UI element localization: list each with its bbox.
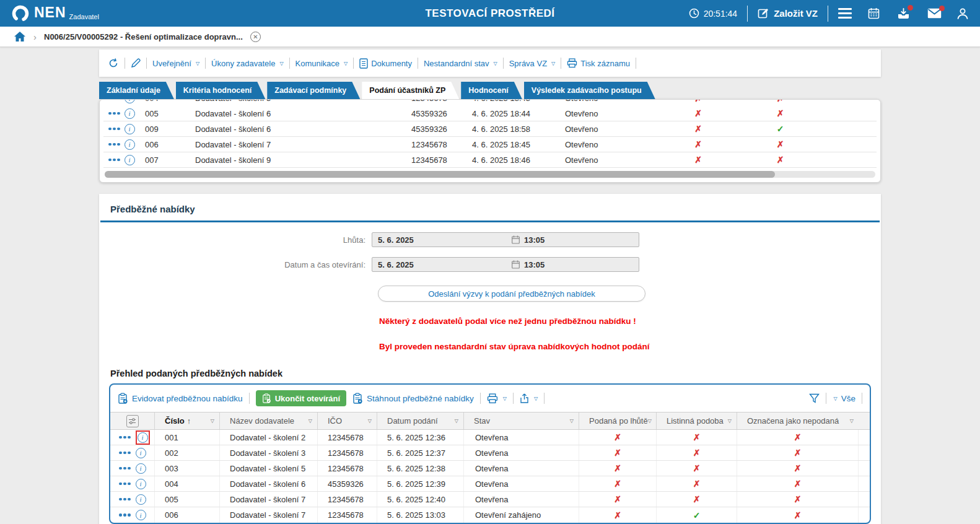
tab-zadavaci-podminky[interactable]: Zadávací podmínky (267, 82, 360, 99)
row-menu-icon[interactable] (119, 483, 131, 486)
deadline-field[interactable]: 5. 6. 2025 13:05 (372, 232, 639, 247)
menu-komunikace[interactable]: Komunikace▽ (295, 59, 348, 68)
share-icon (520, 393, 529, 404)
opening-date-value[interactable]: 5. 6. 2025 (372, 260, 512, 269)
table-row[interactable]: i009Dodavatel - školení 6453593264. 6. 2… (103, 121, 877, 137)
row-menu-icon[interactable] (119, 436, 131, 439)
column-header-cislo[interactable]: Číslo↑▽ (155, 413, 220, 429)
menu-dokumenty[interactable]: Dokumenty (359, 58, 412, 69)
row-info-icon[interactable]: i (136, 463, 146, 474)
cell-paper: ✓ (726, 124, 834, 134)
row-info-icon[interactable]: i (125, 139, 135, 150)
column-header-nazev[interactable]: Název dodavatele▽ (220, 413, 318, 429)
overview-title: Přehled podaných předběžných nabídek (110, 369, 881, 378)
row-menu-icon[interactable] (108, 143, 120, 146)
row-menu-icon[interactable] (108, 159, 120, 162)
table-row[interactable]: i004Dodavatel - školení 5123456784. 6. 2… (103, 100, 877, 106)
row-info-icon[interactable]: i (136, 448, 146, 458)
filter-chevron-icon[interactable]: ▽ (455, 418, 458, 424)
row-info-icon[interactable]: i (136, 494, 146, 505)
table-row[interactable]: i007Dodavatel - školení 9123456784. 6. 2… (103, 152, 877, 168)
row-info-icon[interactable]: i (125, 100, 135, 103)
column-header-stav[interactable]: Stav▽ (464, 413, 579, 429)
tab-zakladni-udaje[interactable]: Základní údaje (99, 82, 174, 99)
filter-chevron-icon[interactable]: ▽ (850, 418, 854, 424)
menu-uverejneni[interactable]: Uveřejnění▽ (152, 59, 199, 68)
print-table-button[interactable]: ▽ (487, 393, 507, 404)
tab-hodnoceni[interactable]: Hodnocení (461, 82, 522, 99)
table-row[interactable]: i005Dodavatel - školení 6453593264. 6. 2… (103, 106, 877, 121)
deadline-time-value[interactable]: 13:05 (524, 235, 545, 245)
column-header-datum[interactable]: Datum podání▽ (377, 413, 464, 429)
row-info-icon[interactable]: i (125, 108, 135, 119)
close-tab-icon[interactable]: ✕ (250, 32, 261, 42)
breadcrumb-item[interactable]: N006/25/V00005292 - Řešení optimalizace … (44, 32, 243, 41)
menu-sprava-vz[interactable]: Správa VZ▽ (509, 59, 556, 68)
row-info-icon[interactable]: i (138, 432, 148, 443)
finish-opening-button[interactable]: Ukončit otevírání (256, 390, 346, 406)
toolbar-divider (480, 393, 481, 404)
register-offer-button[interactable]: Evidovat předběžnou nabídku (118, 393, 243, 404)
inbox-button[interactable] (897, 7, 910, 20)
filter-chevron-icon[interactable]: ▽ (308, 418, 312, 424)
column-header-oznacena-jako-nepodana[interactable]: Označena jako nepodaná▽ (737, 413, 859, 429)
document-icon (359, 58, 368, 69)
column-settings-icon[interactable] (126, 415, 139, 427)
tab-vysledek[interactable]: Výsledek zadávacího postupu (524, 82, 655, 99)
cell-name: Dodavatel - školení 7 (220, 492, 318, 507)
filter-chevron-icon[interactable]: ▽ (728, 418, 732, 424)
opening-field[interactable]: 5. 6. 2025 13:05 (372, 257, 639, 272)
column-header-ico[interactable]: IČO▽ (318, 413, 377, 429)
filter-chevron-icon[interactable]: ▽ (368, 418, 372, 424)
table-row[interactable]: i006Dodavatel - školení 7123456784. 6. 2… (103, 137, 877, 152)
row-menu-icon[interactable] (108, 112, 120, 115)
export-button[interactable]: ▽ (520, 393, 538, 404)
edit-record-button[interactable] (131, 58, 141, 68)
row-info-icon[interactable]: i (125, 124, 135, 134)
horizontal-scrollbar[interactable] (105, 171, 875, 178)
opening-time-value[interactable]: 13:05 (524, 260, 545, 269)
filter-chevron-icon[interactable]: ▽ (211, 418, 214, 424)
messages-button[interactable] (927, 8, 942, 19)
create-vz-button[interactable]: Založit VZ (758, 7, 818, 19)
filter-chevron-icon[interactable]: ▽ (648, 418, 652, 424)
calendar-icon[interactable] (868, 7, 880, 19)
row-info-icon[interactable]: i (125, 155, 135, 165)
column-header-podana-po-lhute[interactable]: Podaná po lhůtě▽ (579, 413, 657, 429)
send-call-button[interactable]: Odeslání výzvy k podání předběžných nabí… (378, 286, 645, 302)
row-menu-icon[interactable] (108, 128, 120, 131)
table-row[interactable]: i001Dodavatel - školení 2123456785. 6. 2… (110, 430, 870, 445)
download-offers-button[interactable]: Stáhnout předběžné nabídky (352, 393, 474, 404)
refresh-button[interactable] (108, 58, 119, 69)
menu-icon[interactable] (838, 8, 852, 19)
row-info-icon[interactable]: i (136, 510, 146, 520)
row-menu-icon[interactable] (119, 452, 131, 455)
user-profile-icon[interactable] (956, 7, 969, 20)
cell-notsub: ✗ (737, 492, 859, 507)
row-info-icon[interactable]: i (136, 479, 146, 489)
cell-paper: ✓ (657, 507, 737, 523)
table-row[interactable]: i003Dodavatel - školení 5123456785. 6. 2… (110, 461, 870, 476)
filter-view-select[interactable]: ▽ Vše (833, 394, 855, 403)
menu-nestandardni-stav[interactable]: Nestandardní stav▽ (424, 59, 497, 68)
print-record-button[interactable]: Tisk záznamu (567, 58, 630, 68)
deadline-date-value[interactable]: 5. 6. 2025 (372, 235, 512, 245)
row-menu-icon[interactable] (119, 513, 131, 517)
table-row[interactable]: i002Dodavatel - školení 3123456785. 6. 2… (110, 445, 870, 461)
column-header-listinna-podoba[interactable]: Listinná podoba▽ (657, 413, 737, 429)
table-row[interactable]: i006Dodavatel - školení 7123456785. 6. 2… (110, 507, 870, 523)
menu-ukony-zadavatele[interactable]: Úkony zadavatele▽ (211, 59, 284, 68)
row-menu-icon[interactable] (119, 467, 131, 470)
scrollbar-thumb[interactable] (105, 171, 775, 178)
filter-icon[interactable] (809, 393, 820, 403)
cell-date: 5. 6. 2025 12:39 (377, 476, 464, 491)
clipped-table-row: i004Dodavatel - školení 5123456784. 6. 2… (103, 100, 877, 106)
table-row[interactable]: i004Dodavatel - školení 6453593265. 6. 2… (110, 476, 870, 492)
home-icon[interactable] (14, 31, 26, 42)
row-menu-icon[interactable] (119, 498, 131, 501)
tab-podani-ucastniku[interactable]: Podání účastníků ZP (362, 82, 459, 99)
table-row[interactable]: i005Dodavatel - školení 7123456785. 6. 2… (110, 492, 870, 507)
nen-logo[interactable]: NEN Zadavatel (11, 4, 99, 23)
tab-kriteria-hodnoceni[interactable]: Kritéria hodnocení (176, 82, 265, 99)
filter-chevron-icon[interactable]: ▽ (570, 418, 574, 424)
